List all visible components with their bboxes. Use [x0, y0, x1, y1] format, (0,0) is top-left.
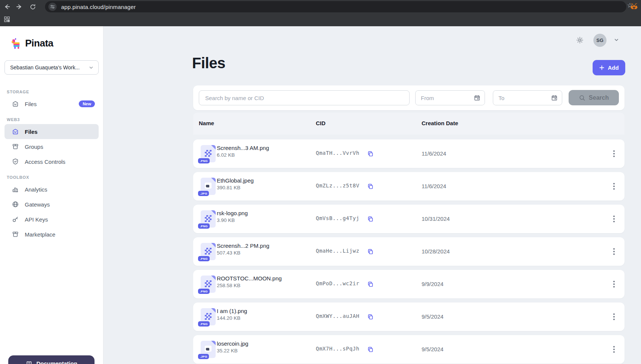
- search-input[interactable]: [199, 90, 410, 105]
- search-icon: [579, 94, 585, 101]
- copy-cid-button[interactable]: [366, 345, 375, 354]
- date-from-field[interactable]: [415, 90, 485, 105]
- creation-date: 9/5/2024: [422, 346, 443, 352]
- browser-chrome: app.pinata.cloud/pinmanager ☆: [0, 0, 641, 26]
- add-button[interactable]: Add: [593, 60, 625, 75]
- file-type-badge: .PNG: [198, 256, 210, 261]
- file-size: 507.43 KB: [217, 250, 269, 256]
- url-bar[interactable]: app.pinata.cloud/pinmanager: [45, 1, 626, 12]
- file-type-badge: .PNG: [198, 223, 210, 229]
- sidebar-item-label: Analytics: [25, 186, 47, 193]
- file-name: Screensh...2 PM.png: [217, 243, 269, 249]
- sidebar-item-groups[interactable]: Groups: [5, 139, 99, 154]
- files-icon: [12, 100, 19, 108]
- table-row[interactable]: .JPG EthGlobal.jpeg390.81 KB QmZLz...z5t…: [193, 172, 624, 201]
- creation-date: 9/5/2024: [422, 313, 443, 320]
- png-file-icon: .PNG: [201, 145, 216, 162]
- creation-date: 11/6/2024: [422, 150, 446, 157]
- brand: Pinata: [11, 37, 99, 49]
- filter-bar: Search: [193, 85, 624, 110]
- workspace-selector[interactable]: Sebastian Guaqueta's Work...: [5, 60, 99, 75]
- sidebar-item-files-web3[interactable]: Files: [5, 124, 99, 139]
- table-row[interactable]: .PNG rsk-logo.png3.90 KB QmVsB...g4Tyj 1…: [193, 205, 624, 233]
- row-menu-button[interactable]: [609, 214, 619, 224]
- table-row[interactable]: .PNG Screensh...3 AM.png6.02 KB QmaTH...…: [193, 139, 624, 168]
- copy-icon: [367, 150, 374, 157]
- table-row[interactable]: .PNG Screensh...2 PM.png507.43 KB QmaHe.…: [193, 237, 624, 266]
- sidebar-item-label: Marketplace: [25, 231, 56, 238]
- file-cid: QmVsB...g4Tyj: [316, 215, 359, 221]
- date-from-input[interactable]: [416, 91, 485, 105]
- sidebar-item-label: Files: [25, 101, 37, 107]
- row-menu-button[interactable]: [609, 279, 619, 289]
- row-menu-button[interactable]: [609, 246, 619, 257]
- sidebar-item-api-keys[interactable]: API Keys: [5, 212, 99, 227]
- row-menu-button[interactable]: [609, 312, 619, 322]
- png-file-icon: .PNG: [201, 276, 216, 293]
- sidebar-item-files-storage[interactable]: Files New: [5, 96, 99, 111]
- browser-back-button[interactable]: [2, 2, 12, 12]
- file-cid: QmXWY...auJAH: [316, 313, 359, 319]
- file-name: losercoin.jpg: [217, 340, 248, 347]
- sidebar-item-analytics[interactable]: Analytics: [5, 182, 99, 197]
- file-name: EthGlobal.jpeg: [217, 177, 254, 184]
- site-settings-icon[interactable]: [48, 3, 57, 11]
- file-name: Screensh...3 AM.png: [217, 145, 269, 151]
- table-row[interactable]: .PNG ROOTSTOC...MOON.png258.58 KB QmPoD.…: [193, 270, 624, 298]
- row-menu-button[interactable]: [609, 181, 619, 192]
- file-cid: QmPoD...wc2ir: [316, 280, 359, 286]
- main-content: SG Files Add: [104, 26, 641, 364]
- browser-reload-button[interactable]: [28, 2, 38, 12]
- table-row[interactable]: .PNG I am (1).png144.20 KB QmXWY...auJAH…: [193, 303, 624, 331]
- copy-cid-button[interactable]: [366, 312, 375, 321]
- account-menu-chevron[interactable]: [614, 37, 619, 44]
- file-name: rsk-logo.png: [217, 210, 248, 216]
- copy-icon: [367, 313, 374, 321]
- sidebar-item-access-controls[interactable]: Access Controls: [5, 154, 99, 169]
- documentation-button[interactable]: Documentation: [8, 355, 95, 364]
- file-cid: QmaHe...Lijwz: [316, 248, 359, 254]
- date-to-input[interactable]: [493, 91, 562, 105]
- copy-cid-button[interactable]: [366, 182, 375, 191]
- date-to-field[interactable]: [493, 90, 562, 105]
- table-row[interactable]: .JPG losercoin.jpg35.22 KB QmX7H...sPqJh…: [193, 335, 624, 364]
- shield-check-icon: [12, 158, 19, 165]
- browser-forward-button[interactable]: [14, 2, 24, 12]
- copy-cid-button[interactable]: [366, 247, 375, 256]
- file-type-badge: .PNG: [198, 321, 210, 327]
- bar-chart-icon: [12, 186, 19, 193]
- theme-toggle-button[interactable]: [574, 34, 585, 46]
- copy-cid-button[interactable]: [366, 149, 375, 158]
- copy-cid-button[interactable]: [366, 214, 375, 223]
- column-header-date: Creation Date: [422, 120, 458, 126]
- file-size: 3.90 KB: [217, 217, 248, 223]
- file-cid: QmaTH...VvrVh: [316, 150, 359, 156]
- creation-date: 9/9/2024: [422, 281, 443, 287]
- sidebar-item-marketplace[interactable]: Marketplace: [5, 227, 99, 242]
- section-storage-label: STORAGE: [7, 90, 99, 94]
- apps-grid-icon[interactable]: [4, 16, 10, 24]
- sun-icon: [576, 36, 584, 44]
- sidebar-item-label: API Keys: [25, 216, 48, 223]
- copy-cid-button[interactable]: [366, 280, 375, 289]
- png-file-icon: .PNG: [201, 210, 216, 228]
- copy-icon: [367, 216, 374, 223]
- sidebar-item-label: Access Controls: [25, 159, 65, 165]
- metamask-extension-icon[interactable]: [630, 3, 638, 12]
- file-size: 258.58 KB: [217, 283, 282, 288]
- user-avatar[interactable]: SG: [593, 34, 606, 47]
- arrow-left-icon: [4, 3, 11, 10]
- file-name: ROOTSTOC...MOON.png: [217, 275, 282, 282]
- search-button[interactable]: Search: [569, 90, 619, 105]
- file-name: I am (1).png: [217, 308, 247, 314]
- row-menu-button[interactable]: [609, 344, 619, 355]
- creation-date: 10/31/2024: [422, 216, 450, 222]
- jpg-file-icon: .JPG: [201, 178, 216, 195]
- file-size: 6.02 KB: [217, 152, 269, 158]
- plus-icon: [599, 65, 605, 70]
- row-menu-button[interactable]: [609, 148, 619, 159]
- arrow-right-icon: [16, 3, 23, 10]
- brand-wordmark: Pinata: [25, 37, 53, 49]
- sidebar-item-gateways[interactable]: Gateways: [5, 197, 99, 212]
- url-text: app.pinata.cloud/pinmanager: [61, 4, 136, 10]
